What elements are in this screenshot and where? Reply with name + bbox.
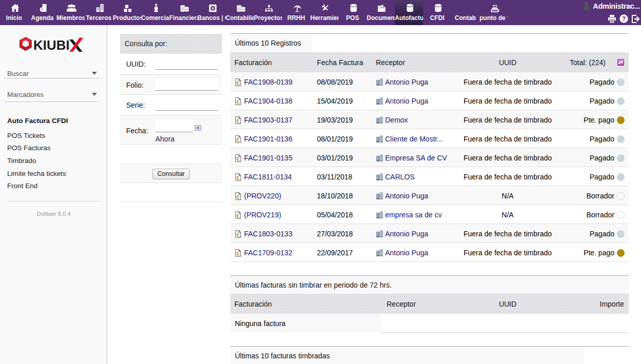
svg-text:€: € (236, 99, 239, 105)
svg-text:?: ? (622, 15, 626, 23)
svg-text:€: € (236, 156, 239, 162)
svg-text:€: € (236, 232, 239, 238)
svg-text:KIUBI: KIUBI (33, 37, 70, 53)
svg-text:€: € (236, 80, 239, 86)
svg-text:€: € (236, 175, 239, 181)
svg-text:€: € (236, 137, 239, 143)
svg-text:€: € (236, 118, 239, 124)
svg-text:€: € (236, 213, 239, 219)
svg-text:€: € (236, 251, 239, 257)
svg-text:€: € (236, 194, 239, 200)
